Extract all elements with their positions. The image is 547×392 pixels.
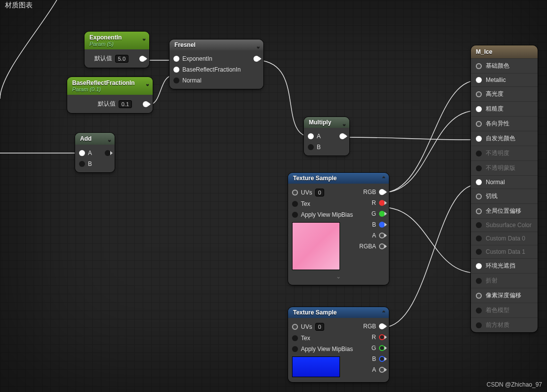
input-pin[interactable]: [476, 293, 482, 299]
input-pin-uvs[interactable]: [292, 324, 298, 330]
output-pin[interactable]: [143, 101, 149, 107]
chevron-down-icon[interactable]: ⌄: [107, 136, 112, 143]
material-pin[interactable]: Custom Data 1: [471, 245, 538, 258]
input-pin-exp[interactable]: [173, 56, 179, 62]
output-pin-b[interactable]: [379, 222, 385, 228]
input-pin[interactable]: [476, 278, 482, 284]
output-pin[interactable]: [339, 133, 345, 139]
input-pin[interactable]: [476, 249, 482, 255]
default-value[interactable]: 5.0: [115, 55, 128, 63]
output-pin-r[interactable]: [379, 200, 385, 206]
input-pin-base[interactable]: [173, 67, 179, 73]
material-pin[interactable]: 各向异性: [471, 116, 538, 131]
input-pin[interactable]: [476, 106, 482, 112]
node-header[interactable]: ExponentIn Param (5) ⌄: [84, 32, 149, 49]
input-pin[interactable]: [476, 179, 482, 185]
material-pin[interactable]: 自发光颜色: [471, 131, 538, 146]
chevron-down-icon[interactable]: ⌄: [256, 43, 260, 49]
material-pin[interactable]: 基础颜色: [471, 58, 538, 73]
material-pin[interactable]: Subsurface Color: [471, 218, 538, 232]
pin-label: 各向异性: [486, 119, 509, 128]
material-pin[interactable]: 像素深度偏移: [471, 288, 538, 303]
output-pin[interactable]: [253, 56, 259, 62]
node-header[interactable]: Texture Sample ⌃: [288, 307, 389, 318]
input-pin[interactable]: [476, 77, 482, 83]
material-pin[interactable]: 环境光遮挡: [471, 258, 538, 273]
node-header[interactable]: Add ⌄: [75, 133, 115, 145]
material-pin[interactable]: 全局位置偏移: [471, 203, 538, 218]
material-output-node[interactable]: M_Ice 基础颜色Metallic高光度粗糙度各向异性自发光颜色不透明度不透明…: [471, 45, 538, 332]
pin-label: 切线: [486, 192, 498, 200]
material-pin[interactable]: 前方材质: [471, 317, 538, 332]
input-pin-mip[interactable]: [292, 212, 298, 218]
input-pin[interactable]: [476, 91, 482, 97]
output-pin-b[interactable]: [379, 356, 385, 362]
node-title: Add: [80, 135, 91, 142]
chevron-down-icon[interactable]: ⌄: [292, 272, 385, 282]
input-pin[interactable]: [476, 235, 482, 241]
material-pin[interactable]: 着色模型: [471, 303, 538, 317]
node-subtitle: Param (5): [89, 41, 137, 47]
input-pin[interactable]: [476, 121, 482, 127]
input-pin[interactable]: [476, 194, 482, 199]
input-pin[interactable]: [476, 308, 482, 314]
input-pin[interactable]: [476, 322, 482, 328]
node-header[interactable]: Multiply ⌄: [304, 117, 349, 128]
input-pin[interactable]: [476, 263, 482, 269]
node-header[interactable]: BaseReflectFractionIn Param (0.1) ⌄: [67, 77, 153, 95]
node-header[interactable]: Texture Sample ⌃: [288, 173, 389, 184]
material-pin[interactable]: 高光度: [471, 86, 538, 101]
input-pin[interactable]: [476, 208, 482, 214]
pin-label: 前方材质: [486, 321, 509, 329]
input-pin-a[interactable]: [308, 133, 314, 139]
input-pin-tex[interactable]: [292, 201, 298, 207]
output-pin-rgb[interactable]: [379, 323, 385, 329]
node-base-reflect-fraction-in[interactable]: BaseReflectFractionIn Param (0.1) ⌄ 默认值 …: [67, 77, 153, 113]
node-add[interactable]: Add ⌄ A B: [75, 133, 115, 172]
chevron-down-icon[interactable]: ⌄: [145, 80, 150, 87]
collapse-icon[interactable]: ⌃: [381, 175, 386, 182]
material-pin[interactable]: 折射: [471, 273, 538, 288]
material-pin[interactable]: 切线: [471, 189, 538, 203]
output-pin-g[interactable]: [379, 211, 385, 217]
output-pin[interactable]: [105, 150, 111, 156]
input-pin[interactable]: [476, 136, 482, 142]
input-pin[interactable]: [476, 63, 482, 69]
input-pin-a[interactable]: [79, 150, 85, 156]
material-pin[interactable]: 不透明度: [471, 146, 538, 160]
output-pin-r[interactable]: [379, 334, 385, 340]
node-texture-sample-2[interactable]: Texture Sample ⌃ UVs0 Tex Apply View Mip…: [288, 307, 389, 382]
collapse-icon[interactable]: ⌃: [381, 310, 386, 316]
panel-title: 材质图表: [1, 0, 37, 11]
output-pin-rgba[interactable]: [379, 243, 385, 249]
input-pin-b[interactable]: [308, 144, 314, 150]
input-pin[interactable]: [476, 151, 482, 157]
node-header[interactable]: Fresnel ⌄: [169, 39, 263, 50]
material-pin[interactable]: Metallic: [471, 73, 538, 86]
material-pin[interactable]: 不透明蒙版: [471, 160, 538, 175]
chevron-down-icon[interactable]: ⌄: [142, 35, 146, 41]
material-pin[interactable]: 粗糙度: [471, 101, 538, 116]
node-exponent-in[interactable]: ExponentIn Param (5) ⌄ 默认值 5.0: [84, 32, 149, 68]
input-pin-mip[interactable]: [292, 346, 298, 352]
output-pin-a[interactable]: [379, 367, 385, 373]
output-pin-a[interactable]: [379, 233, 385, 238]
material-graph-canvas[interactable]: { "page": { "title": "材质图表", "watermark"…: [0, 0, 547, 392]
input-pin-tex[interactable]: [292, 335, 298, 341]
material-pin[interactable]: Normal: [471, 175, 538, 189]
node-fresnel[interactable]: Fresnel ⌄ ExponentIn BaseReflectFraction…: [169, 39, 263, 89]
node-subtitle: Param (0.1): [72, 86, 141, 92]
input-pin-uvs[interactable]: [292, 190, 298, 196]
node-texture-sample-1[interactable]: Texture Sample ⌃ UVs0 Tex Apply View Mip…: [288, 173, 389, 285]
input-pin[interactable]: [476, 222, 482, 228]
chevron-down-icon[interactable]: ⌄: [342, 120, 346, 127]
input-pin[interactable]: [476, 165, 482, 171]
default-value[interactable]: 0.1: [119, 100, 132, 108]
input-pin-b[interactable]: [79, 161, 85, 167]
output-pin[interactable]: [139, 56, 145, 62]
node-multiply[interactable]: Multiply ⌄ A B: [304, 117, 349, 156]
output-pin-g[interactable]: [379, 345, 385, 351]
input-pin-normal[interactable]: [173, 78, 179, 83]
output-pin-rgb[interactable]: [379, 189, 385, 195]
material-pin[interactable]: Custom Data 0: [471, 232, 538, 245]
